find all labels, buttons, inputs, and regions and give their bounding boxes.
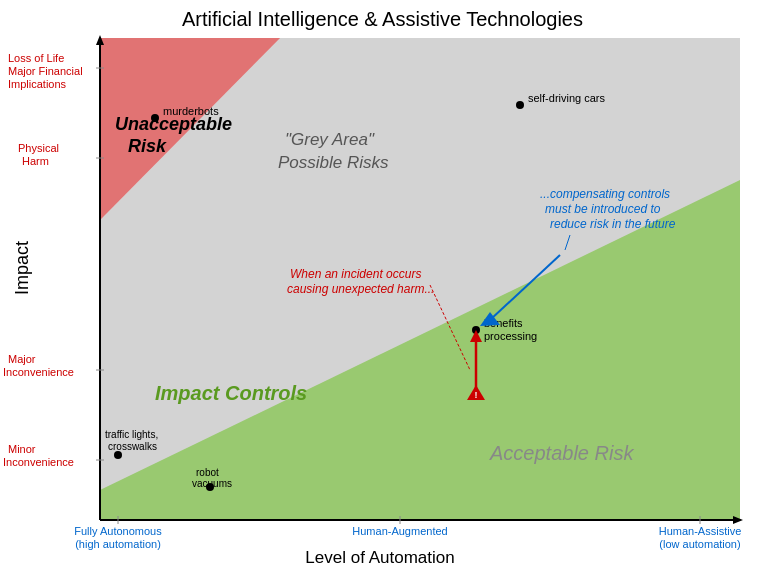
svg-text:Level of Automation: Level of Automation [305,548,454,567]
svg-text:robot: robot [196,467,219,478]
svg-text:Risk: Risk [128,136,167,156]
svg-text:murderbots: murderbots [163,105,219,117]
svg-text:(low automation): (low automation) [659,538,740,550]
svg-text:Implications: Implications [8,78,67,90]
svg-text:Possible Risks: Possible Risks [278,153,389,172]
svg-text:must be introduced to: must be introduced to [545,202,661,216]
svg-text:processing: processing [484,330,537,342]
svg-text:vacuums: vacuums [192,478,232,489]
svg-text:When an incident occurs: When an incident occurs [290,267,421,281]
svg-text:Impact Controls: Impact Controls [155,382,307,404]
svg-text:Impact: Impact [12,241,32,295]
svg-text:Minor: Minor [8,443,36,455]
svg-text:Unacceptable: Unacceptable [115,114,232,134]
svg-text:...compensating controls: ...compensating controls [540,187,670,201]
svg-text:Fully Autonomous: Fully Autonomous [74,525,162,537]
svg-text:Major: Major [8,353,36,365]
svg-text:Inconvenience: Inconvenience [3,366,74,378]
svg-point-44 [114,451,122,459]
svg-text:Inconvenience: Inconvenience [3,456,74,468]
svg-text:crosswalks: crosswalks [108,441,157,452]
svg-text:Harm: Harm [22,155,49,167]
svg-text:"Grey Area": "Grey Area" [285,130,375,149]
svg-text:traffic lights,: traffic lights, [105,429,158,440]
chart-container: Artificial Intelligence & Assistive Tech… [0,0,765,574]
svg-text:Acceptable Risk: Acceptable Risk [489,442,634,464]
svg-text:!: ! [475,390,478,400]
svg-text:Human-Assistive: Human-Assistive [659,525,742,537]
svg-point-39 [516,101,524,109]
svg-text:reduce risk in the future: reduce risk in the future [550,217,676,231]
svg-text:causing unexpected harm...: causing unexpected harm... [287,282,434,296]
svg-text:Human-Augmented: Human-Augmented [352,525,447,537]
svg-point-37 [151,114,159,122]
svg-text:Major Financial: Major Financial [8,65,83,77]
svg-text:Loss of Life: Loss of Life [8,52,64,64]
svg-text:Physical: Physical [18,142,59,154]
svg-text:(high automation): (high automation) [75,538,161,550]
svg-text:self-driving cars: self-driving cars [528,92,606,104]
